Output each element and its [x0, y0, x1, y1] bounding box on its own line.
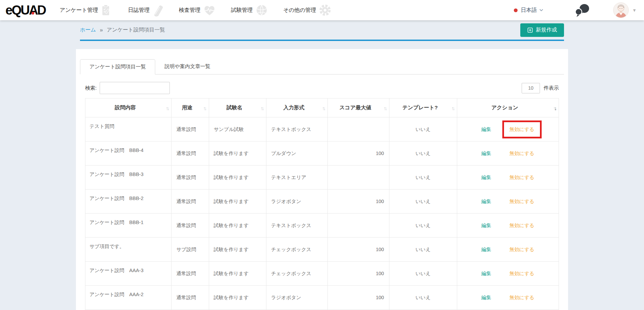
- heart-pulse-icon: [203, 4, 216, 17]
- column-header-input-type[interactable]: 入力形式↑↓: [266, 98, 328, 117]
- cell-template: いいえ: [389, 117, 457, 141]
- edit-link[interactable]: 編集: [481, 126, 491, 133]
- nav-label: 検査管理: [179, 7, 201, 14]
- disable-link[interactable]: 無効にする: [509, 151, 535, 156]
- edit-link[interactable]: 編集: [481, 174, 491, 181]
- cell-max-score: [328, 214, 389, 238]
- user-menu-caret-icon[interactable]: ▼: [632, 8, 637, 13]
- disable-link[interactable]: 無効にする: [509, 127, 535, 132]
- cell-usage: 通常設問: [172, 141, 209, 165]
- column-header-content[interactable]: 設問内容↑↓: [85, 98, 172, 117]
- table-row: アンケート設問 BBB-4 通常設問 試験を作ります プルダウン 100 いいえ…: [85, 141, 559, 165]
- sort-icon: ↑↓: [261, 105, 263, 111]
- disable-link-wrapper: 無効にする: [509, 246, 535, 253]
- page-size-suffix: 件表示: [544, 85, 559, 91]
- sort-icon: ↑↓: [322, 105, 324, 111]
- cell-usage: 通常設問: [172, 165, 209, 190]
- cell-usage: サブ設問: [172, 238, 209, 262]
- column-header-usage[interactable]: 用途↑↓: [172, 98, 209, 117]
- table-row: アンケート設問 BBB-2 通常設問 試験を作ります ラジオボタン 100 いい…: [85, 190, 559, 214]
- cell-actions: 編集 無効にする: [457, 214, 559, 238]
- disable-link-wrapper: 無効にする: [509, 294, 535, 301]
- edit-link[interactable]: 編集: [481, 198, 491, 205]
- nav-label: 試験管理: [231, 7, 253, 14]
- column-header-actions[interactable]: アクション↑↓: [457, 98, 559, 117]
- japan-flag-icon: [514, 8, 518, 12]
- edit-link[interactable]: 編集: [481, 222, 491, 229]
- nav-item-journal-management[interactable]: 日誌管理: [128, 3, 164, 17]
- table-row: アンケート設問 BBB-3 通常設問 試験を作ります テキストエリア いいえ 編…: [85, 165, 559, 190]
- cell-template: いいえ: [389, 214, 457, 238]
- topbar-right: 日本語 ▼: [514, 2, 637, 18]
- sphere-icon: [255, 3, 268, 17]
- disable-link-wrapper: 無効にする: [509, 198, 535, 205]
- chevron-down-icon: [539, 9, 543, 12]
- app-logo[interactable]: eQUAD: [5, 4, 45, 17]
- content-card: アンケート設問項目一覧 説明や案内文章一覧 検索: 10 件表示 設: [76, 49, 568, 310]
- nav-item-test-management[interactable]: 試験管理: [231, 3, 268, 17]
- cell-content: アンケート設問 BBB-1: [85, 214, 172, 238]
- cell-usage: 通常設問: [172, 214, 209, 238]
- breadcrumb-home-link[interactable]: ホーム: [80, 26, 96, 34]
- cell-actions: 編集 無効にする: [457, 117, 559, 141]
- nav-item-survey-management[interactable]: アンケート管理: [60, 3, 113, 17]
- column-header-template[interactable]: テンプレート?↑↓: [389, 98, 457, 117]
- cell-max-score: 100: [328, 286, 389, 310]
- cell-actions: 編集 無効にする: [457, 165, 559, 190]
- cell-content: アンケート設問 BBB-3: [85, 165, 172, 190]
- cell-content: サブ項目です。: [85, 238, 172, 262]
- table-row: アンケート設問 BBB-1 通常設問 試験を作ります テキストボックス いいえ …: [85, 214, 559, 238]
- edit-link[interactable]: 編集: [481, 150, 491, 157]
- cell-input-type: ラジオボタン: [266, 190, 328, 214]
- question-items-table: 設問内容↑↓ 用途↑↓ 試験名↑↓ 入力形式↑↓ スコア最大値↑↓ テンプレート…: [85, 98, 559, 310]
- cell-max-score: [328, 117, 389, 141]
- cell-exam-name: 試験を作ります: [209, 286, 266, 310]
- sort-desc-icon: ↓: [452, 105, 454, 111]
- tab-description-text-list[interactable]: 説明や案内文章一覧: [155, 59, 219, 74]
- user-avatar[interactable]: [613, 2, 629, 18]
- cell-exam-name: 試験を作ります: [209, 190, 266, 214]
- edit-link[interactable]: 編集: [481, 270, 491, 277]
- cell-input-type: テキストボックス: [266, 214, 328, 238]
- column-header-exam-name[interactable]: 試験名↑↓: [209, 98, 266, 117]
- gear-icon: [318, 3, 332, 17]
- cell-input-type: チェックボックス: [266, 262, 328, 286]
- clipboard-icon: [100, 3, 113, 17]
- sort-desc-icon: ↓: [385, 105, 386, 111]
- disable-link-wrapper: 無効にする: [509, 174, 535, 181]
- disable-link-wrapper: 無効にする: [509, 222, 535, 229]
- language-selector[interactable]: 日本語: [514, 7, 543, 14]
- cell-template: いいえ: [389, 141, 457, 165]
- disable-link[interactable]: 無効にする: [509, 271, 535, 276]
- breadcrumb: ホーム » アンケート設問項目一覧 新規作成: [76, 20, 568, 40]
- cell-usage: 通常設問: [172, 286, 209, 310]
- page-size-control: 10 件表示: [522, 83, 559, 93]
- disable-link[interactable]: 無効にする: [509, 199, 535, 204]
- cell-exam-name: 試験を作ります: [209, 262, 266, 286]
- page-size-select[interactable]: 10: [522, 83, 540, 93]
- cell-content: アンケート設問 BBB-4: [85, 141, 172, 165]
- disable-link[interactable]: 無効にする: [509, 175, 535, 180]
- disable-link[interactable]: 無効にする: [509, 247, 535, 252]
- cell-template: いいえ: [389, 286, 457, 310]
- disable-link[interactable]: 無効にする: [509, 223, 535, 228]
- edit-link[interactable]: 編集: [481, 294, 491, 301]
- search-input[interactable]: [100, 82, 170, 94]
- nav-label: 日誌管理: [128, 7, 150, 14]
- chat-icon[interactable]: [575, 3, 591, 17]
- nav-item-other-management[interactable]: その他の管理: [283, 3, 332, 17]
- nav-label: アンケート管理: [60, 7, 98, 14]
- cell-max-score: 100: [328, 238, 389, 262]
- cell-content: テスト質問: [85, 117, 172, 141]
- nav-item-exam-management[interactable]: 検査管理: [179, 4, 216, 17]
- table-row: テスト質問 通常設問 サンプル試験 テキストボックス いいえ 編集 無効にする: [85, 117, 559, 141]
- cell-actions: 編集 無効にする: [457, 238, 559, 262]
- tab-survey-question-list[interactable]: アンケート設問項目一覧: [80, 59, 155, 74]
- logo-red-dot: [32, 12, 34, 15]
- table-controls: 検索: 10 件表示: [85, 82, 559, 94]
- sort-desc-icon: ↓: [204, 105, 206, 111]
- column-header-max-score[interactable]: スコア最大値↑↓: [328, 98, 389, 117]
- edit-link[interactable]: 編集: [481, 246, 491, 253]
- create-new-button[interactable]: 新規作成: [520, 23, 564, 37]
- disable-link[interactable]: 無効にする: [509, 295, 535, 300]
